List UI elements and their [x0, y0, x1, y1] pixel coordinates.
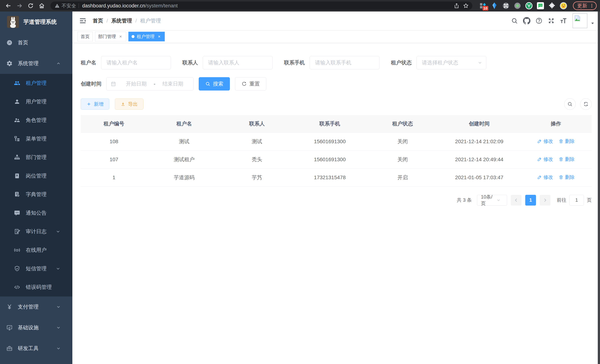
sidebar-item-dev-tool[interactable]: 研发工具: [0, 338, 72, 359]
sidebar-item-tenant[interactable]: 租户管理: [0, 74, 72, 92]
chevron-down-icon: [478, 60, 482, 65]
status-select[interactable]: 请选择租户状态: [416, 56, 486, 69]
sidebar-item-error-code[interactable]: 错误码管理: [0, 278, 72, 297]
font-size-button[interactable]: [557, 15, 570, 27]
sidebar-item-menu[interactable]: 菜单管理: [0, 130, 72, 148]
tab-tenant[interactable]: 租户管理×: [128, 32, 165, 41]
sidebar-item-role[interactable]: 角色管理: [0, 111, 72, 130]
extension-kite-icon[interactable]: [490, 2, 498, 10]
page-size-select[interactable]: 10条/页: [477, 195, 507, 205]
created-at-range-picker[interactable]: 开始日期 - 结束日期: [106, 77, 194, 91]
cell-operations: 修改删除: [520, 168, 592, 187]
breadcrumb-separator: /: [106, 18, 108, 24]
extension-grid-icon[interactable]: 10: [479, 2, 487, 10]
breadcrumb-item[interactable]: 系统管理: [111, 17, 132, 24]
tenant-table: 租户编号租户名联系人联系手机租户状态创建时间操作 108测试测试15601691…: [81, 115, 592, 187]
browser-forward-button[interactable]: [14, 1, 25, 11]
sidebar-item-post[interactable]: 岗位管理: [0, 167, 72, 185]
start-date-placeholder: 开始日期: [120, 80, 152, 87]
sidebar-item-dict[interactable]: 字典管理: [0, 185, 72, 204]
delete-button[interactable]: 删除: [559, 156, 575, 162]
goto-page-input[interactable]: [569, 195, 584, 205]
sidebar-item-label: 部门管理: [26, 154, 47, 161]
toggle-search-button[interactable]: [564, 98, 576, 110]
chevron-up-icon: [56, 61, 61, 66]
cell-contact: 芋艿: [221, 168, 293, 187]
cell-tenant-id: 108: [81, 132, 147, 150]
sidebar-item-online-user[interactable]: 在线用户: [0, 241, 72, 259]
contact-input[interactable]: [203, 56, 272, 69]
share-icon[interactable]: [452, 1, 461, 10]
close-icon[interactable]: ×: [118, 34, 123, 39]
dict-book-icon: [14, 191, 20, 198]
delete-button[interactable]: 删除: [559, 138, 575, 145]
refresh-table-button[interactable]: [580, 98, 592, 110]
sidebar-item-user[interactable]: 用户管理: [0, 92, 72, 111]
help-button[interactable]: [533, 15, 545, 27]
breadcrumb-item[interactable]: 首页: [93, 17, 103, 24]
sidebar-item-home[interactable]: 首页: [0, 32, 72, 53]
delete-button[interactable]: 删除: [559, 174, 575, 180]
code-icon: [14, 284, 20, 290]
page-content: 租户名 联系人 联系手机 租户状态 请选择租户状态 创建时间 开始日期 -: [72, 43, 600, 364]
user-avatar[interactable]: [572, 13, 587, 28]
sidebar-item-infra[interactable]: 基础设施: [0, 317, 72, 338]
tenant-name-input[interactable]: [101, 56, 171, 69]
prev-page-button[interactable]: [511, 195, 522, 205]
close-icon[interactable]: ×: [157, 34, 162, 39]
sidebar-item-dept[interactable]: 部门管理: [0, 148, 72, 167]
page-number-1[interactable]: 1: [525, 195, 536, 205]
extension-emoji-icon[interactable]: [560, 2, 567, 10]
edit-button[interactable]: 修改: [537, 138, 553, 145]
date-range-separator: -: [154, 81, 155, 87]
mobile-input[interactable]: [310, 56, 379, 69]
fullscreen-button[interactable]: [545, 15, 557, 27]
extension-record-icon[interactable]: [514, 2, 521, 10]
window-edge-scrollbar[interactable]: [598, 11, 600, 364]
address-bar[interactable]: 不安全 dashboard.yudao.iocoder.cn/system/te…: [50, 1, 472, 10]
sidebar-item-pay[interactable]: 支付管理: [0, 297, 72, 317]
chevron-down-icon: [56, 266, 60, 271]
sidebar-item-notice[interactable]: 通知公告: [0, 204, 72, 222]
cell-mobile: 15601691300: [293, 150, 367, 168]
github-link[interactable]: [521, 15, 533, 27]
app-logo-row[interactable]: 芋道管理系统: [0, 11, 72, 32]
edit-button[interactable]: 修改: [537, 156, 553, 162]
not-secure-warning-icon: [55, 3, 60, 8]
goto-label: 前往: [557, 197, 566, 203]
update-button[interactable]: 更新: [573, 1, 597, 10]
browser-menu-dots-icon[interactable]: [590, 3, 594, 8]
search-button[interactable]: 搜索: [199, 77, 230, 91]
sidebar-item-system[interactable]: 系统管理: [0, 53, 72, 74]
export-button[interactable]: 导出: [115, 99, 143, 110]
trash-icon: [559, 157, 563, 162]
created-at-label: 创建时间: [81, 80, 102, 87]
header-search-button[interactable]: [508, 15, 521, 27]
bookmark-star-icon[interactable]: [461, 1, 470, 10]
cell-status: 关闭: [367, 150, 438, 168]
sidebar-item-audit-log[interactable]: 审计日志: [0, 222, 72, 241]
chevron-down-icon: [56, 325, 61, 330]
cell-contact: 秃头: [221, 150, 293, 168]
sidebar-toggle-button[interactable]: [77, 16, 88, 26]
sidebar-item-label: 首页: [18, 39, 28, 46]
cell-created: 2021-12-14 21:02:09: [438, 132, 520, 150]
pagination-total: 共 3 条: [457, 197, 472, 203]
table-toolbar: 新增 导出: [81, 98, 592, 110]
next-page-button[interactable]: [540, 195, 551, 205]
cell-created: 2021-01-05 17:03:47: [438, 168, 520, 187]
tab-dept[interactable]: 部门管理×: [95, 32, 126, 41]
tab-home[interactable]: 首页: [77, 32, 93, 41]
extension-chat-icon[interactable]: [536, 2, 544, 10]
reset-button[interactable]: 重置: [235, 77, 266, 91]
extension-command-icon[interactable]: [502, 2, 510, 10]
browser-back-button[interactable]: [3, 1, 13, 11]
extension-y-icon[interactable]: [525, 2, 533, 10]
browser-home-button[interactable]: [37, 1, 47, 11]
sidebar-item-sms[interactable]: 短信管理: [0, 259, 72, 278]
edit-button[interactable]: 修改: [537, 174, 553, 180]
browser-reload-button[interactable]: [26, 1, 36, 11]
extension-puzzle-icon[interactable]: [548, 2, 556, 10]
add-button[interactable]: 新增: [81, 99, 109, 110]
avatar-caret-down-icon[interactable]: [590, 21, 595, 26]
